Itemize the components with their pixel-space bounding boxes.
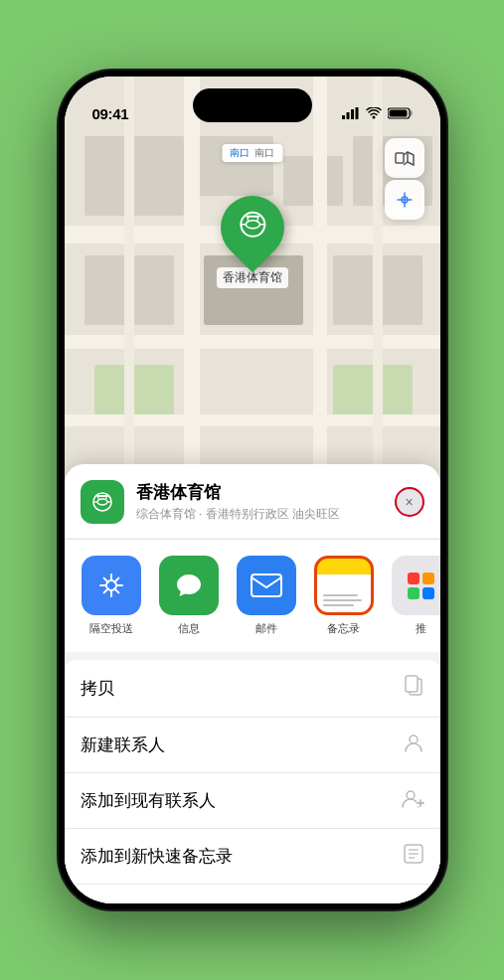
action-new-contact-label: 新建联系人 (81, 734, 165, 756)
bottom-sheet: 香港体育馆 综合体育馆 · 香港特别行政区 油尖旺区 × (65, 464, 440, 903)
action-print[interactable]: 打印 (65, 885, 440, 903)
svg-rect-40 (406, 676, 418, 692)
svg-rect-1 (346, 112, 349, 119)
messages-label: 信息 (178, 621, 200, 636)
notes-icon (314, 556, 374, 615)
location-description: 综合体育馆 · 香港特别行政区 油尖旺区 (136, 506, 383, 523)
svg-rect-26 (396, 153, 404, 163)
svg-rect-2 (351, 109, 354, 119)
location-header: 香港体育馆 综合体育馆 · 香港特别行政区 油尖旺区 × (65, 464, 440, 538)
svg-point-4 (372, 116, 375, 119)
share-item-airdrop[interactable]: 隔空投送 (77, 556, 146, 636)
action-add-note[interactable]: 添加到新快速备忘录 (65, 829, 440, 885)
svg-rect-7 (389, 110, 407, 117)
add-existing-icon (401, 787, 424, 814)
more-icon (392, 556, 440, 615)
status-time: 09:41 (92, 105, 129, 122)
share-item-notes[interactable]: 备忘录 (309, 556, 379, 636)
print-icon (403, 898, 424, 903)
svg-rect-0 (342, 115, 345, 119)
marker-pin (207, 183, 297, 273)
new-contact-icon (403, 732, 424, 758)
copy-icon (403, 674, 424, 703)
more-label: 推 (416, 621, 426, 636)
location-marker: 香港体育馆 (217, 196, 288, 288)
svg-rect-38 (252, 574, 281, 596)
map-label: 南口 南口 (222, 144, 282, 162)
phone-frame: 09:41 (59, 71, 446, 909)
action-list: 拷贝 新建联系人 (65, 660, 440, 903)
map-controls (385, 138, 424, 220)
battery-icon (388, 107, 413, 122)
mail-icon (237, 556, 296, 615)
action-new-contact[interactable]: 新建联系人 (65, 718, 440, 773)
map-area: 南口 南口 (65, 77, 440, 494)
svg-rect-14 (65, 335, 440, 349)
wifi-icon (366, 107, 382, 122)
status-icons (342, 107, 413, 122)
action-add-existing[interactable]: 添加到现有联系人 (65, 773, 440, 829)
phone-screen: 09:41 (65, 77, 440, 903)
location-venue-icon (81, 480, 124, 524)
svg-point-34 (97, 499, 107, 505)
svg-rect-25 (373, 77, 383, 494)
airdrop-icon (82, 556, 141, 615)
svg-point-42 (407, 791, 415, 799)
share-item-mail[interactable]: 邮件 (232, 556, 301, 636)
dynamic-island (193, 88, 312, 122)
svg-rect-3 (355, 107, 358, 119)
action-add-existing-label: 添加到现有联系人 (81, 789, 216, 812)
map-type-button[interactable] (385, 138, 424, 178)
svg-point-41 (410, 735, 418, 743)
location-name: 香港体育馆 (136, 481, 383, 504)
share-item-messages[interactable]: 信息 (154, 556, 224, 636)
marker-inner (235, 207, 270, 249)
action-print-label: 打印 (81, 899, 114, 903)
close-icon: × (405, 494, 413, 510)
svg-rect-24 (124, 77, 134, 494)
airdrop-label: 隔空投送 (89, 621, 133, 636)
close-button[interactable]: × (395, 487, 424, 517)
location-info: 香港体育馆 综合体育馆 · 香港特别行政区 油尖旺区 (136, 481, 383, 523)
svg-rect-15 (184, 77, 200, 494)
action-add-note-label: 添加到新快速备忘录 (81, 845, 233, 868)
svg-rect-16 (313, 77, 327, 494)
svg-rect-6 (410, 111, 412, 116)
messages-icon (159, 556, 219, 615)
add-note-icon (403, 843, 424, 870)
notes-label: 备忘录 (327, 621, 360, 636)
action-copy[interactable]: 拷贝 (65, 660, 440, 718)
share-item-more[interactable]: 推 (387, 556, 440, 636)
signal-icon (342, 107, 360, 122)
action-copy-label: 拷贝 (81, 677, 114, 700)
location-button[interactable] (385, 180, 424, 220)
mail-label: 邮件 (255, 621, 277, 636)
svg-rect-23 (65, 414, 440, 426)
svg-point-30 (246, 221, 259, 229)
share-row: 隔空投送 信息 (65, 539, 440, 652)
